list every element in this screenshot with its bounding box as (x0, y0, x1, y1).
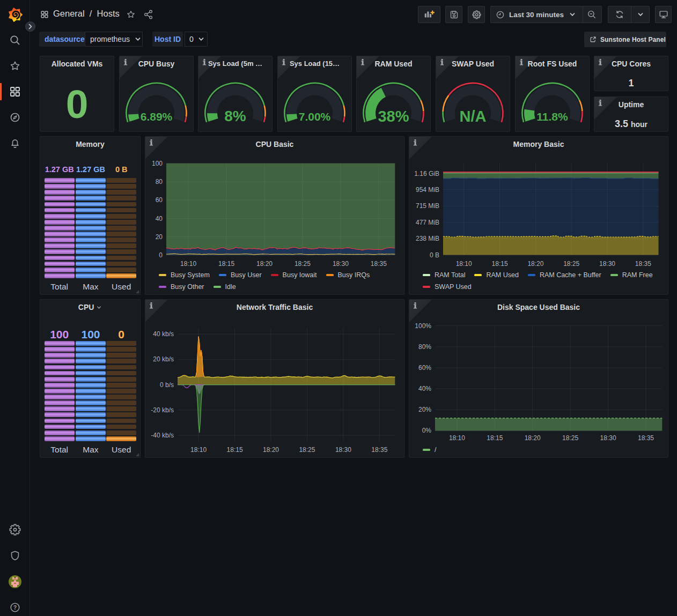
svg-text:60: 60 (156, 196, 163, 204)
svg-text:60%: 60% (418, 364, 431, 372)
svg-text:477 MiB: 477 MiB (416, 219, 439, 226)
svg-text:18:35: 18:35 (371, 446, 387, 454)
svg-text:100%: 100% (415, 322, 431, 330)
svg-text:7.00%: 7.00% (299, 110, 331, 123)
svg-text:40 kb/s: 40 kb/s (153, 330, 174, 338)
svg-text:18:10: 18:10 (180, 260, 196, 268)
svg-text:18:30: 18:30 (335, 446, 351, 454)
svg-text:18:20: 18:20 (256, 260, 273, 268)
svg-text:954 MiB: 954 MiB (416, 186, 439, 194)
svg-text:18:10: 18:10 (456, 260, 472, 268)
svg-text:18:30: 18:30 (599, 260, 615, 268)
svg-text:11.8%: 11.8% (536, 110, 568, 123)
svg-text:80%: 80% (418, 343, 431, 351)
svg-text:20%: 20% (418, 406, 431, 413)
svg-text:18:25: 18:25 (299, 446, 315, 454)
svg-text:80: 80 (156, 178, 163, 185)
svg-text:18:10: 18:10 (449, 434, 465, 442)
svg-text:18:25: 18:25 (563, 260, 579, 268)
svg-text:1.16 GiB: 1.16 GiB (414, 170, 439, 177)
svg-text:0 b/s: 0 b/s (160, 381, 174, 389)
svg-text:6.89%: 6.89% (141, 110, 173, 123)
svg-text:-40 kb/s: -40 kb/s (151, 432, 174, 439)
svg-text:8%: 8% (224, 108, 246, 124)
svg-text:18:35: 18:35 (635, 260, 651, 268)
svg-text:100: 100 (152, 160, 163, 167)
svg-text:18:30: 18:30 (600, 434, 616, 442)
svg-text:18:35: 18:35 (371, 260, 387, 268)
svg-text:38%: 38% (378, 108, 409, 125)
svg-text:-20 kb/s: -20 kb/s (151, 406, 174, 414)
svg-text:18:35: 18:35 (638, 434, 654, 442)
svg-text:18:20: 18:20 (525, 434, 541, 442)
svg-text:0%: 0% (422, 427, 432, 434)
svg-text:40: 40 (156, 215, 163, 222)
svg-text:40%: 40% (418, 385, 431, 392)
svg-text:0 B: 0 B (430, 251, 439, 259)
svg-text:18:20: 18:20 (527, 260, 543, 268)
svg-text:18:15: 18:15 (492, 260, 508, 268)
svg-text:18:15: 18:15 (227, 446, 243, 454)
svg-text:18:25: 18:25 (295, 260, 311, 268)
svg-text:N/A: N/A (460, 108, 487, 125)
svg-text:18:25: 18:25 (562, 434, 578, 442)
svg-text:18:15: 18:15 (218, 260, 234, 268)
svg-text:18:20: 18:20 (263, 446, 279, 454)
svg-text:238 MiB: 238 MiB (416, 235, 439, 242)
svg-text:18:30: 18:30 (333, 260, 349, 268)
svg-text:18:15: 18:15 (487, 434, 503, 442)
svg-text:20 kb/s: 20 kb/s (153, 355, 174, 363)
svg-text:18:10: 18:10 (190, 446, 207, 454)
svg-text:?: ? (13, 605, 17, 611)
svg-text:20: 20 (156, 233, 163, 241)
svg-text:0: 0 (159, 251, 163, 259)
svg-text:715 MiB: 715 MiB (416, 202, 439, 210)
